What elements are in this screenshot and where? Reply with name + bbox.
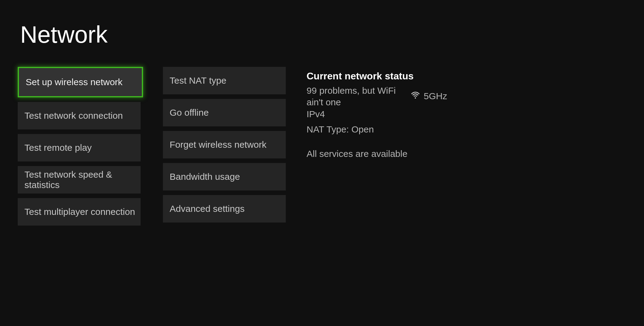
forget-wireless-network-button[interactable]: Forget wireless network (163, 131, 286, 158)
button-label: Test network speed & statistics (24, 169, 141, 190)
ip-version: IPv4 (307, 108, 403, 120)
button-label: Bandwidth usage (170, 172, 240, 182)
button-label: Set up wireless network (26, 77, 123, 87)
wifi-band-label: 5GHz (424, 91, 447, 101)
test-network-connection-button[interactable]: Test network connection (18, 102, 141, 129)
button-column-1: Set up wireless network Test network con… (18, 67, 143, 226)
wifi-status-row: 99 problems, but WiFi ain't one IPv4 5GH… (307, 85, 447, 120)
test-nat-type-button[interactable]: Test NAT type (163, 67, 286, 94)
network-settings-container: Set up wireless network Test network con… (18, 67, 644, 226)
button-label: Go offline (170, 107, 209, 118)
wifi-icon (410, 90, 421, 102)
services-status: All services are available (307, 149, 447, 159)
setup-wireless-network-button[interactable]: Set up wireless network (18, 67, 143, 97)
test-remote-play-button[interactable]: Test remote play (18, 134, 141, 161)
button-label: Advanced settings (170, 204, 245, 214)
wifi-info: 99 problems, but WiFi ain't one IPv4 (307, 85, 403, 120)
test-network-speed-button[interactable]: Test network speed & statistics (18, 166, 141, 194)
button-column-2: Test NAT type Go offline Forget wireless… (163, 67, 286, 226)
button-label: Test remote play (24, 143, 92, 153)
button-label: Test NAT type (170, 75, 226, 86)
advanced-settings-button[interactable]: Advanced settings (163, 195, 286, 223)
button-columns: Set up wireless network Test network con… (18, 67, 286, 226)
button-label: Forget wireless network (170, 139, 267, 150)
button-label: Test multiplayer connection (24, 207, 135, 217)
page-title: Network (20, 21, 644, 49)
status-heading: Current network status (307, 71, 447, 82)
button-label: Test network connection (24, 110, 123, 121)
go-offline-button[interactable]: Go offline (163, 99, 286, 126)
status-panel: Current network status 99 problems, but … (307, 67, 447, 226)
wifi-band: 5GHz (410, 90, 447, 102)
wifi-name: 99 problems, but WiFi ain't one (307, 85, 403, 108)
test-multiplayer-connection-button[interactable]: Test multiplayer connection (18, 198, 141, 226)
nat-type: NAT Type: Open (307, 124, 447, 135)
bandwidth-usage-button[interactable]: Bandwidth usage (163, 163, 286, 190)
